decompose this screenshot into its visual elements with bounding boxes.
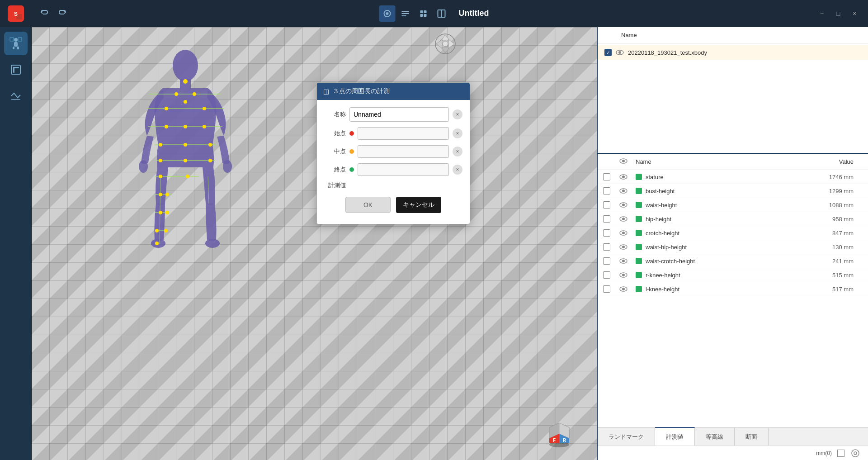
measurements-section: Name Value stature 1746 mm — [598, 154, 868, 460]
row-eye-l-knee-height[interactable] — [619, 285, 636, 293]
row-eye-hip-height[interactable] — [619, 215, 636, 223]
header-name-measurements: Name — [636, 158, 808, 165]
measurement-row: crotch-height 847 mm — [598, 226, 868, 240]
title-tab-1[interactable] — [379, 5, 396, 22]
svg-point-92 — [622, 190, 625, 192]
file-name: 20220118_193021_test.xbody — [628, 49, 707, 56]
minimize-button[interactable]: − — [816, 7, 828, 20]
svg-point-76 — [155, 242, 159, 245]
tab-contour[interactable]: 等高線 — [695, 428, 735, 446]
svg-text:R: R — [563, 438, 566, 443]
dialog-start-input[interactable] — [358, 127, 449, 140]
svg-rect-12 — [420, 14, 423, 17]
measurement-row: l-knee-height 517 mm — [598, 282, 868, 296]
direction-cube[interactable]: F R — [545, 418, 574, 449]
row-checkbox-r-knee-height[interactable] — [603, 271, 610, 279]
row-eye-waist-crotch-height[interactable] — [619, 257, 636, 265]
dialog-start-clear-button[interactable]: × — [453, 128, 462, 138]
row-checkbox-l-knee-height[interactable] — [603, 285, 610, 293]
row-check-waist-height — [603, 201, 619, 209]
header-name-col: Name — [621, 32, 863, 38]
row-color-dot-l-knee-height — [636, 286, 642, 292]
svg-point-104 — [622, 274, 625, 276]
dialog-title: ３点の周囲長の計測 — [333, 87, 390, 95]
row-eye-stature[interactable] — [619, 173, 636, 181]
row-value-waist-crotch-height: 241 mm — [808, 258, 863, 265]
row-eye-waist-height[interactable] — [619, 201, 636, 209]
svg-point-88 — [622, 160, 625, 162]
row-checkbox-waist-hip-height[interactable] — [603, 243, 610, 251]
row-check-hip-height — [603, 215, 619, 223]
left-sidebar — [0, 27, 32, 460]
dialog-end-clear-button[interactable]: × — [453, 165, 462, 175]
undo-button[interactable] — [37, 6, 52, 21]
svg-point-57 — [203, 107, 206, 110]
file-tree-body: 20220118_193021_test.xbody — [598, 43, 868, 153]
file-eye-icon[interactable] — [615, 48, 624, 57]
row-eye-bust-height[interactable] — [619, 187, 636, 195]
dialog-end-input[interactable] — [358, 163, 449, 176]
svg-rect-19 — [17, 47, 19, 49]
file-checkbox[interactable] — [604, 49, 612, 56]
status-checkbox[interactable] — [837, 450, 844, 457]
redo-button[interactable] — [55, 6, 70, 21]
row-check-r-knee-height — [603, 271, 619, 279]
svg-point-62 — [159, 143, 162, 147]
nav-cube[interactable] — [434, 33, 457, 55]
dialog-mid-dot — [349, 149, 354, 154]
svg-point-35 — [443, 41, 448, 47]
title-tab-2[interactable] — [397, 5, 414, 22]
dialog-name-input[interactable] — [349, 107, 449, 122]
svg-marker-34 — [448, 39, 454, 48]
status-settings-icon[interactable] — [850, 448, 861, 459]
dialog-name-clear-button[interactable]: × — [453, 109, 462, 119]
dialog-mid-label: 中点 — [324, 147, 346, 156]
row-eye-crotch-height[interactable] — [619, 229, 636, 237]
svg-point-54 — [175, 92, 178, 96]
row-eye-waist-hip-height[interactable] — [619, 243, 636, 251]
sidebar-item-measurements[interactable] — [4, 58, 28, 81]
row-check-waist-hip-height — [603, 243, 619, 251]
row-name-bust-height: bust-height — [646, 188, 808, 194]
row-checkbox-bust-height[interactable] — [603, 187, 610, 194]
svg-point-36 — [173, 50, 198, 81]
measurements-header: Name Value — [598, 154, 868, 170]
row-name-hip-height: hip-height — [646, 216, 808, 223]
viewport[interactable]: ◫ ３点の周囲長の計測 名称 × 始点 × — [32, 27, 597, 460]
dialog-cancel-button[interactable]: キャンセル — [396, 197, 441, 213]
close-button[interactable]: × — [848, 7, 861, 20]
svg-point-108 — [852, 450, 859, 457]
header-eye-col — [619, 157, 636, 166]
sidebar-item-body-view[interactable] — [4, 32, 28, 55]
row-name-waist-hip-height: waist-hip-height — [646, 244, 808, 251]
file-tree-section: Name 20220118_193021_test.xbody — [598, 27, 868, 154]
tab-cross-section[interactable]: 断面 — [735, 428, 769, 446]
sidebar-item-compare[interactable] — [4, 84, 28, 108]
row-value-waist-height: 1088 mm — [808, 202, 863, 209]
row-checkbox-waist-crotch-height[interactable] — [603, 257, 610, 265]
maximize-button[interactable]: □ — [832, 7, 844, 20]
toolbar-icons — [37, 6, 70, 21]
row-checkbox-crotch-height[interactable] — [603, 229, 610, 237]
row-checkbox-stature[interactable] — [603, 173, 610, 180]
row-checkbox-hip-height[interactable] — [603, 215, 610, 223]
title-tab-3[interactable] — [415, 5, 432, 22]
title-tab-4[interactable] — [434, 5, 450, 22]
app-logo: S — [0, 0, 32, 27]
svg-point-90 — [622, 175, 625, 178]
dialog-mid-input[interactable] — [358, 145, 449, 158]
svg-point-59 — [165, 125, 168, 128]
tab-landmark[interactable]: ランドマーク — [598, 428, 655, 446]
tab-measurement[interactable]: 計測値 — [655, 427, 695, 446]
row-name-crotch-height: crotch-height — [646, 230, 808, 237]
svg-point-102 — [622, 260, 625, 262]
row-color-dot-hip-height — [636, 216, 642, 222]
svg-point-106 — [622, 288, 625, 290]
dialog-mid-clear-button[interactable]: × — [453, 147, 462, 156]
row-color-dot-waist-crotch-height — [636, 258, 642, 264]
bottom-tabs: ランドマーク 計測値 等高線 断面 — [598, 427, 868, 446]
dialog-ok-button[interactable]: OK — [345, 197, 391, 213]
row-eye-r-knee-height[interactable] — [619, 271, 636, 279]
svg-rect-21 — [18, 38, 22, 41]
row-checkbox-waist-height[interactable] — [603, 201, 610, 209]
